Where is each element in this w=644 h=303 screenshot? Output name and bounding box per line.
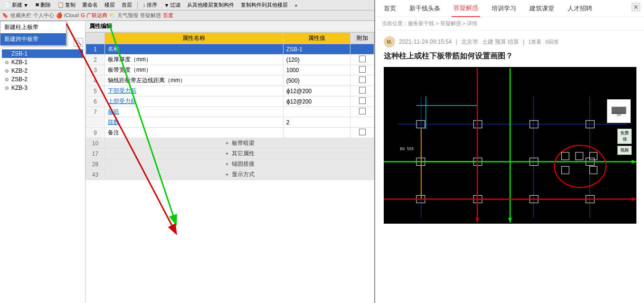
table-row: 3 板带宽度（mm） 1000: [86, 65, 374, 76]
prop-value[interactable]: 1000: [283, 65, 350, 76]
row-num: 4: [86, 76, 105, 86]
separator: [137, 2, 138, 9]
table-row: 6 上部受力筋 ϕ12@200: [86, 96, 374, 107]
table-row-group[interactable]: 10 ＋ 板带暗梁: [86, 138, 374, 149]
fee-label: 免费领: [617, 129, 632, 144]
tree-item-kzb2[interactable]: ⚙ KZB-2: [2, 66, 83, 75]
rename-button[interactable]: 重命名: [80, 0, 100, 9]
row-num: 1: [86, 44, 105, 55]
prop-extra[interactable]: [350, 76, 374, 86]
prop-extra[interactable]: [350, 65, 374, 76]
gear-icon: ⚙: [4, 59, 9, 65]
nav-classroom[interactable]: 建筑课堂: [528, 0, 556, 17]
gear-icon: ⚙: [4, 76, 9, 82]
bookmark-label[interactable]: 收藏夹栏: [10, 12, 31, 19]
meta-answers: 0回答: [545, 38, 559, 46]
nav-qa[interactable]: 答疑解惑: [452, 0, 480, 17]
more-button[interactable]: »: [292, 1, 300, 9]
prop-extra[interactable]: [350, 107, 374, 117]
floors-button[interactable]: 楼层: [102, 0, 117, 9]
new-span-strip-button[interactable]: 新建跨中板带: [0, 33, 66, 45]
col-extra-header: 附加: [350, 33, 374, 44]
prop-value[interactable]: [283, 107, 350, 117]
nav-talent[interactable]: 人才招聘: [566, 0, 594, 17]
table-row: 5 下部受力筋 ϕ12@200: [86, 86, 374, 96]
glodon-link[interactable]: G 广联达商: [81, 12, 107, 19]
new-button[interactable]: 📄 新建▼: [2, 0, 31, 9]
meta-type: 土建 预算 结算: [482, 38, 520, 46]
tree-item-label: KZB-1: [11, 59, 28, 66]
table-row: 肢数 2: [86, 117, 374, 128]
meta-separator2: |: [523, 38, 524, 45]
table-row-group[interactable]: 17 ＋ 其它属性: [86, 149, 374, 159]
prop-value[interactable]: ϕ12@200: [283, 86, 350, 96]
prop-value[interactable]: 2: [283, 117, 350, 128]
prop-name: 上部受力筋: [105, 96, 284, 107]
prop-extra[interactable]: [350, 96, 374, 107]
checkbox[interactable]: [359, 97, 366, 104]
meta-views: 1查看: [528, 38, 541, 46]
qr-code: ▓▓▓ QR: [607, 99, 631, 123]
sort-button[interactable]: ↓ 排序: [141, 0, 160, 9]
prop-link[interactable]: 上部受力筋: [108, 98, 136, 104]
prop-link[interactable]: 肢数: [108, 119, 119, 125]
prop-link[interactable]: 箍筋: [108, 108, 119, 115]
prop-value[interactable]: ZSB-1: [283, 44, 350, 55]
prop-link[interactable]: 下部受力筋: [108, 87, 136, 94]
icloud-link[interactable]: 🍎 iCloud: [56, 12, 79, 19]
row-num: 2: [86, 55, 105, 65]
nav-news[interactable]: 新干线头条: [407, 0, 442, 17]
filter-button[interactable]: ▼ 过滤: [161, 0, 183, 9]
delete-button[interactable]: ✖ 删除: [33, 0, 53, 9]
prop-value[interactable]: [283, 128, 350, 138]
reconstruct-button[interactable]: 从其他楼层复制构件: [185, 0, 237, 9]
group-label[interactable]: ＋ 锚固搭接: [105, 159, 374, 170]
group-label[interactable]: ＋ 显示方式: [105, 170, 374, 180]
checkbox[interactable]: [359, 129, 366, 135]
col-value-header: 属性值: [283, 33, 350, 44]
qa-link[interactable]: 答疑解惑: [140, 12, 161, 19]
checkbox[interactable]: [359, 56, 366, 62]
nav-training[interactable]: 培训学习: [490, 0, 518, 17]
prop-extra[interactable]: [350, 55, 374, 65]
checkbox[interactable]: [359, 76, 366, 83]
prop-value[interactable]: ϕ12@200: [283, 96, 350, 107]
tree-item-kzb3[interactable]: ⚙ KZB-3: [2, 84, 83, 92]
tree-item-kzb1[interactable]: ⚙ KZB-1: [2, 58, 83, 66]
checkbox[interactable]: [359, 108, 366, 114]
nav-home[interactable]: 首页: [382, 0, 398, 17]
table-row-group[interactable]: 28 ＋ 锚固搭接: [86, 159, 374, 170]
gear-icon: ⚙: [4, 51, 9, 57]
site-nav: 首页 新干线头条 答疑解惑 培训学习 建筑课堂 人才招聘: [376, 0, 644, 17]
copy-to-button[interactable]: 复制构件到其他楼层: [238, 0, 290, 9]
prop-name: 轴线距板带左边线距离（mm）: [105, 76, 284, 86]
tree-search-button[interactable]: 🔍: [74, 38, 83, 47]
prop-value[interactable]: (120): [283, 55, 350, 65]
gear-icon: ⚙: [4, 85, 9, 91]
tree-item-zsb1[interactable]: ⚙ ZSB-1: [2, 49, 83, 58]
table-row-group[interactable]: 43 ＋ 显示方式: [86, 170, 374, 180]
tree-item-label: KZB-3: [11, 85, 28, 91]
prop-value[interactable]: (500): [283, 76, 350, 86]
web-panel: ✕ 首页 新干线头条 答疑解惑 培训学习 建筑课堂 人才招聘 当前位置：服务新干…: [376, 0, 644, 303]
side-labels: 免费领 视频: [617, 129, 632, 155]
top-floor-button[interactable]: 首层: [119, 0, 134, 9]
group-label[interactable]: ＋ 板带暗梁: [105, 138, 374, 149]
checkbox[interactable]: [359, 66, 366, 73]
new-column-strip-button[interactable]: 新建柱上板带: [0, 21, 66, 33]
delete-icon: ✖: [35, 2, 39, 8]
copy-button[interactable]: 📋 复制: [55, 0, 78, 9]
tree-item-label: KZB-2: [11, 67, 28, 74]
tree-item-zsb2[interactable]: ⚙ ZSB-2: [2, 75, 83, 84]
personal-center[interactable]: 个人中心: [33, 12, 54, 19]
bookmark-icon: 🔖: [2, 12, 9, 19]
row-num: 17: [86, 149, 105, 159]
checkbox[interactable]: [359, 87, 366, 94]
close-button[interactable]: ✕: [632, 3, 640, 11]
baidu-link[interactable]: 百度: [163, 12, 173, 19]
prop-extra[interactable]: [350, 128, 374, 138]
weather-link[interactable]: ⛅ 天气预报: [109, 12, 138, 19]
group-label[interactable]: ＋ 其它属性: [105, 149, 374, 159]
prop-extra[interactable]: [350, 86, 374, 96]
row-num: 9: [86, 128, 105, 138]
